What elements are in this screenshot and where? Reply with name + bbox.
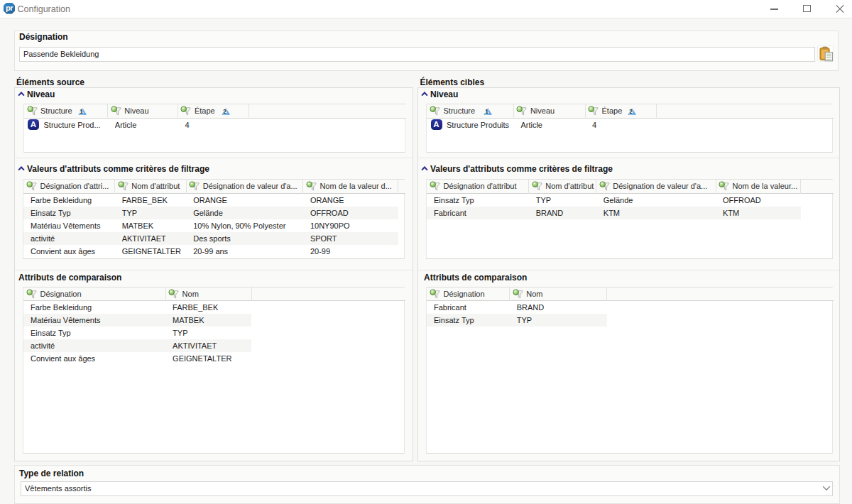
svg-text:1: 1 bbox=[80, 108, 83, 115]
svg-text:1: 1 bbox=[485, 108, 488, 115]
svg-text:2: 2 bbox=[629, 108, 633, 115]
svg-text:2: 2 bbox=[223, 108, 226, 115]
